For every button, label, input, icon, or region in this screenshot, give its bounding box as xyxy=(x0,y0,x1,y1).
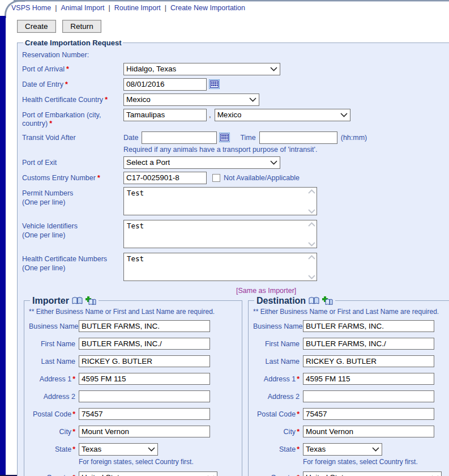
required-asterisk: * xyxy=(49,120,52,128)
destination-city-label: City* xyxy=(253,426,300,436)
calendar-icon[interactable] xyxy=(209,79,220,89)
reservation-number-label: Reservation Number: xyxy=(22,51,123,60)
destination-first-name-label: First Name xyxy=(253,338,300,348)
importer-state-select[interactable]: Texas xyxy=(79,443,158,456)
same-as-importer-row: [Same as Importer] xyxy=(236,286,449,295)
transit-time-label: Time xyxy=(240,134,255,142)
scrollbar-down-arrow[interactable] xyxy=(308,275,315,279)
transit-time-input[interactable] xyxy=(259,131,337,144)
create-importation-request-fieldset: Create Importation Request Reservation N… xyxy=(17,39,449,476)
scrollbar-up-arrow[interactable] xyxy=(308,189,315,194)
return-button[interactable]: Return xyxy=(62,20,101,33)
transit-date-input[interactable] xyxy=(142,131,217,144)
destination-address1-input[interactable] xyxy=(303,373,434,385)
scrollbar-up-arrow[interactable] xyxy=(308,222,315,227)
permit-numbers-row: Permit Numbers(One per line) Test xyxy=(22,187,449,217)
vehicle-identifiers-textarea[interactable]: Test xyxy=(123,220,317,248)
importer-address1-label: Address 1* xyxy=(29,373,75,383)
destination-state-note: For foreign states, select Country first… xyxy=(303,458,449,466)
breadcrumb-link-vsps-home[interactable]: VSPS Home xyxy=(11,4,51,12)
breadcrumb-link-animal-import[interactable]: Animal Import xyxy=(61,4,104,12)
address-book-icon[interactable] xyxy=(309,296,319,305)
create-button[interactable]: Create xyxy=(17,20,56,33)
toolbar: Create Return xyxy=(17,20,449,33)
permit-numbers-label: Permit Numbers(One per line) xyxy=(22,187,123,207)
scrollbar-down-arrow[interactable] xyxy=(308,242,315,246)
chevron-down-icon xyxy=(249,97,256,102)
port-of-arrival-label: Port of Arrival* xyxy=(22,63,123,74)
importer-country-select[interactable]: United States xyxy=(79,471,217,476)
customs-entry-number-input[interactable] xyxy=(123,172,207,184)
embarkation-country-select[interactable]: Mexico xyxy=(215,109,350,121)
health-certificate-country-row: Health Certificate Country* Mexico xyxy=(22,94,449,106)
date-of-entry-row: Date of Entry* xyxy=(22,78,449,91)
destination-state-label: State* xyxy=(253,443,300,453)
transit-required-note: Required if any animals have a transport… xyxy=(123,146,370,154)
destination-first-name-input[interactable] xyxy=(303,338,434,350)
breadcrumb-link-create-new-importation[interactable]: Create New Importation xyxy=(170,4,245,12)
port-of-arrival-row: Port of Arrival* Hidalgo, Texas xyxy=(22,63,449,75)
customs-entry-number-label: Customs Entry Number* xyxy=(22,172,123,183)
required-asterisk: * xyxy=(97,174,100,182)
destination-last-name-input[interactable] xyxy=(303,355,434,367)
importer-first-name-input[interactable] xyxy=(79,338,210,350)
window-top-edge xyxy=(14,0,449,2)
add-address-book-icon[interactable] xyxy=(322,296,333,305)
same-as-importer-link[interactable]: [Same as Importer] xyxy=(236,287,296,295)
destination-last-name-label: Last Name xyxy=(253,355,300,366)
destination-country-label: Country* xyxy=(253,471,300,476)
vehicle-identifiers-row: Vehicle Identifiers(One per line) Test xyxy=(22,220,449,250)
destination-state-select[interactable]: Texas xyxy=(303,443,382,456)
not-available-checkbox[interactable] xyxy=(212,174,220,182)
importer-city-input[interactable] xyxy=(79,426,210,437)
importer-city-label: City* xyxy=(29,426,75,436)
destination-note: ** Either Business Name or First and Las… xyxy=(253,308,449,316)
embarkation-city-input[interactable] xyxy=(123,109,207,121)
embarkation-separator: , xyxy=(209,110,211,119)
transit-void-after-row: Transit Void After Date xyxy=(22,131,449,154)
importer-state-label: State* xyxy=(29,443,75,453)
customs-entry-number-row: Customs Entry Number* Not Available/Appl… xyxy=(22,172,449,184)
party-fieldsets: Importer xyxy=(24,296,449,476)
importer-address2-label: Address 2 xyxy=(29,390,75,401)
chevron-down-icon xyxy=(270,160,277,165)
destination-country-select[interactable]: United States xyxy=(303,471,442,476)
port-of-exit-select[interactable]: Select a Port xyxy=(123,156,280,169)
required-asterisk: * xyxy=(66,65,69,73)
importer-business-name-input[interactable] xyxy=(79,320,210,332)
destination-business-name-label: Business Name xyxy=(253,320,300,330)
page-content: VSPS Home|Animal Import|Routine Import|C… xyxy=(6,2,449,476)
required-asterisk: * xyxy=(105,96,108,104)
destination-postal-code-input[interactable] xyxy=(303,408,434,420)
destination-address2-input[interactable] xyxy=(303,390,434,402)
importer-address1-input[interactable] xyxy=(79,373,210,385)
scrollbar-up-arrow[interactable] xyxy=(308,255,315,260)
address-book-icon[interactable] xyxy=(72,296,83,305)
transit-void-after-label: Transit Void After xyxy=(22,131,123,143)
port-of-arrival-select[interactable]: Hidalgo, Texas xyxy=(123,63,280,75)
calendar-icon[interactable] xyxy=(219,133,230,142)
date-of-entry-input[interactable] xyxy=(123,78,207,91)
destination-business-name-input[interactable] xyxy=(303,320,434,332)
chevron-down-icon xyxy=(270,67,277,71)
add-address-book-icon[interactable] xyxy=(85,296,96,305)
importer-first-name-label: First Name xyxy=(29,338,75,348)
health-certificate-country-select[interactable]: Mexico xyxy=(123,94,259,106)
chevron-down-icon xyxy=(372,447,379,452)
scrollbar-down-arrow[interactable] xyxy=(308,209,315,214)
importer-fieldset: Importer xyxy=(24,296,242,476)
breadcrumb-link-routine-import[interactable]: Routine Import xyxy=(114,4,161,12)
destination-city-input[interactable] xyxy=(303,426,434,437)
not-available-label: Not Available/Applicable xyxy=(224,174,300,182)
breadcrumb-separator: | xyxy=(109,4,110,12)
importer-postal-code-label: Postal Code* xyxy=(29,408,75,418)
destination-postal-code-label: Postal Code* xyxy=(253,408,300,418)
time-format-hint: (hh:mm) xyxy=(341,134,367,142)
importer-last-name-input[interactable] xyxy=(79,355,210,367)
chevron-down-icon xyxy=(148,447,155,452)
health-certificate-numbers-textarea[interactable]: Test xyxy=(123,253,317,281)
permit-numbers-textarea[interactable]: Test xyxy=(123,187,317,215)
importer-address2-input[interactable] xyxy=(79,390,210,402)
importer-postal-code-input[interactable] xyxy=(79,408,210,420)
importer-note: ** Either Business Name or First and Las… xyxy=(29,308,237,316)
